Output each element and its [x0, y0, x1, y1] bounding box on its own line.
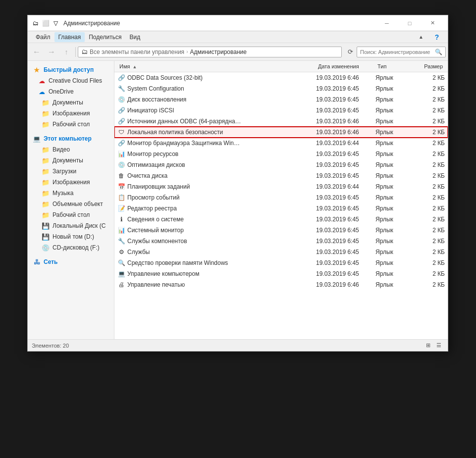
file-row[interactable]: 🔗 ODBC Data Sources (32-bit) 19.03.2019 … [114, 72, 448, 83]
window-controls: ─ □ ✕ [375, 15, 444, 31]
addr-root: Все элементы панели управления [90, 49, 184, 55]
maximize-button[interactable]: □ [398, 15, 421, 31]
sidebar-item-local-c[interactable]: 💾 Локальный Диск (C [28, 220, 114, 231]
status-bar: Элементов: 20 ⊞ ☰ [28, 339, 448, 351]
file-row[interactable]: 📝 Редактор реестра 19.03.2019 6:45 Ярлык… [114, 203, 448, 214]
file-size-cell: 2 КБ [415, 118, 445, 125]
file-row[interactable]: 🔗 Инициатор iSCSI 19.03.2019 6:45 Ярлык … [114, 105, 448, 116]
window-title: Администрирование [63, 20, 375, 27]
desktop2-icon: 📁 [42, 211, 50, 219]
file-row[interactable]: ⚙ Службы 19.03.2019 6:45 Ярлык 2 КБ [114, 247, 448, 257]
up-button[interactable]: ↑ [59, 45, 73, 59]
sidebar-network[interactable]: 🖧 Сеть [28, 255, 114, 267]
sidebar-item-photos[interactable]: 📁 Изображения [28, 177, 114, 188]
file-date-cell: 19.03.2019 6:45 [316, 194, 375, 201]
menu-share[interactable]: Поделиться [85, 32, 125, 42]
file-row[interactable]: 🔗 Монитор брандмауэра Защитника Win… 19.… [114, 138, 448, 149]
file-type-cell: Ярлык [375, 259, 415, 266]
sidebar: ★ Быстрый доступ ☁ Creative Cloud Files … [28, 61, 114, 339]
file-row[interactable]: 📊 Монитор ресурсов 19.03.2019 6:45 Ярлык… [114, 149, 448, 159]
search-icon[interactable]: 🔍 [435, 49, 442, 55]
back-button[interactable]: ← [30, 45, 44, 59]
file-name-cell: 🖨 Управление печатью [117, 281, 316, 289]
file-size-cell: 2 КБ [415, 238, 445, 245]
file-row[interactable]: 🔧 System Configuration 19.03.2019 6:45 Я… [114, 83, 448, 94]
file-row[interactable]: 💻 Управление компьютером 19.03.2019 6:45… [114, 268, 448, 279]
sidebar-item-downloads[interactable]: 📁 Загрузки [28, 166, 114, 177]
details-view-btn[interactable]: ⊞ [423, 341, 433, 350]
col-type-header[interactable]: Тип [375, 62, 415, 71]
file-date-cell: 19.03.2019 6:45 [316, 161, 375, 168]
file-icon: 🔗 [117, 117, 125, 125]
file-icon: 📝 [117, 204, 125, 212]
file-name-cell: 📋 Просмотр событий [117, 194, 316, 202]
file-row[interactable]: 🖨 Управление печатью 19.03.2019 6:46 Ярл… [114, 279, 448, 290]
window-icon-2: ⬜ [42, 19, 50, 27]
file-size-cell: 2 КБ [415, 270, 445, 277]
file-size-cell: 2 КБ [415, 172, 445, 179]
menu-file[interactable]: Файл [32, 32, 54, 42]
sidebar-item-documents[interactable]: 📁 Документы [28, 155, 114, 166]
onedrive-icon: ☁ [38, 88, 46, 96]
menu-home[interactable]: Главная [54, 32, 85, 42]
sidebar-item-docs[interactable]: 📁 Документы [28, 97, 114, 108]
address-bar[interactable]: 🗂 Все элементы панели управления › Админ… [78, 47, 342, 57]
file-icon: 🔧 [117, 237, 125, 245]
help-btn[interactable]: ? [430, 30, 444, 44]
sidebar-item-images[interactable]: 📁 Изображения [28, 108, 114, 119]
col-date-header[interactable]: Дата изменения [316, 62, 375, 71]
file-icon: 📋 [117, 194, 125, 202]
file-row[interactable]: 🗑 Очистка диска 19.03.2019 6:45 Ярлык 2 … [114, 170, 448, 181]
forward-button[interactable]: → [45, 45, 58, 59]
sidebar-item-3d[interactable]: 📁 Объемные объект [28, 199, 114, 209]
close-button[interactable]: ✕ [421, 15, 444, 31]
file-row[interactable]: 🔗 Источники данных ODBC (64-разрядна… 19… [114, 116, 448, 127]
col-size-header[interactable]: Размер [415, 62, 445, 71]
addr-icon: 🗂 [81, 48, 88, 55]
search-input[interactable] [360, 49, 433, 55]
minimize-button[interactable]: ─ [375, 15, 398, 31]
file-icon: ℹ [117, 215, 125, 223]
file-type-cell: Ярлык [375, 249, 415, 255]
desktop-folder-icon: 📁 [42, 120, 50, 128]
sidebar-item-desktop[interactable]: 📁 Рабочий стол [28, 119, 114, 130]
search-box[interactable]: 🔍 [357, 47, 446, 57]
file-row[interactable]: 🔧 Службы компонентов 19.03.2019 6:45 Ярл… [114, 236, 448, 247]
sidebar-item-video[interactable]: 📁 Видео [28, 144, 114, 155]
file-name-cell: 🛡 Локальная политика безопасности [117, 128, 316, 136]
navigation-toolbar: ← → ↑ 🗂 Все элементы панели управления ›… [28, 43, 448, 61]
col-name-header[interactable]: Имя ▲ [117, 62, 316, 71]
sidebar-network-label: Сеть [44, 258, 57, 265]
downloads-icon: 📁 [42, 167, 50, 175]
file-size-cell: 2 КБ [415, 140, 445, 147]
file-row[interactable]: 📋 Просмотр событий 19.03.2019 6:45 Ярлык… [114, 192, 448, 203]
addr-separator: › [186, 49, 188, 54]
sidebar-item-cd[interactable]: 💿 CD-дисковод (F:) [28, 242, 114, 253]
sidebar-item-music[interactable]: 📁 Музыка [28, 188, 114, 199]
refresh-button[interactable]: ⟳ [345, 47, 356, 57]
file-row[interactable]: 💿 Диск восстановления 19.03.2019 6:45 Яр… [114, 94, 448, 105]
sidebar-local-c-label: Локальный Диск (C [53, 222, 106, 229]
menu-view[interactable]: Вид [125, 32, 144, 42]
column-headers: Имя ▲ Дата изменения Тип Размер [114, 61, 448, 72]
file-name-cell: 📝 Редактор реестра [117, 204, 316, 212]
file-row[interactable]: 📅 Планировщик заданий 19.03.2019 6:44 Яр… [114, 181, 448, 192]
large-icons-view-btn[interactable]: ☰ [434, 341, 444, 350]
file-row[interactable]: 💿 Оптимизация дисков 19.03.2019 6:45 Ярл… [114, 159, 448, 170]
file-size-cell: 2 КБ [415, 249, 445, 255]
file-row[interactable]: 📊 Системный монитор 19.03.2019 6:45 Ярлы… [114, 225, 448, 236]
file-row[interactable]: 🔍 Средство проверки памяти Windows 19.03… [114, 257, 448, 268]
sidebar-item-cc-files[interactable]: ☁ Creative Cloud Files [28, 75, 114, 86]
file-type-cell: Ярлык [375, 172, 415, 179]
sidebar-item-desktop2[interactable]: 📁 Рабочий стол [28, 209, 114, 220]
file-icon: 🔗 [117, 139, 125, 147]
file-date-cell: 19.03.2019 6:44 [316, 183, 375, 190]
sidebar-this-pc[interactable]: 💻 Этот компьютер [28, 132, 114, 144]
file-row[interactable]: 🛡 Локальная политика безопасности 19.03.… [114, 127, 448, 138]
file-icon: 💻 [117, 270, 125, 278]
ribbon-collapse-btn[interactable]: ▲ [414, 30, 428, 44]
sidebar-item-new-vol[interactable]: 💾 Новый том (D:) [28, 231, 114, 242]
file-row[interactable]: ℹ Сведения о системе 19.03.2019 6:45 Ярл… [114, 214, 448, 225]
sidebar-item-onedrive[interactable]: ☁ OneDrive [28, 86, 114, 97]
sidebar-quick-access[interactable]: ★ Быстрый доступ [28, 63, 114, 75]
